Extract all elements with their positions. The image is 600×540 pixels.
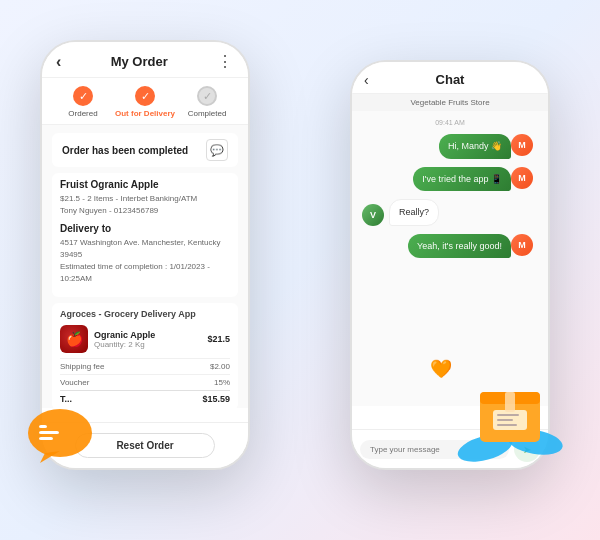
total-label: T...	[60, 394, 72, 404]
item-price: $21.5	[207, 334, 230, 344]
grocery-store-name: Agroces - Grocery Delivery App	[60, 309, 230, 319]
phones-container: ‹ My Order ⋮ ✓ Ordered ✓ Out for Deliver…	[20, 20, 580, 520]
bubble-4: Yeah, it's really good!	[408, 234, 511, 259]
order-title: My Order	[111, 54, 168, 69]
item-info: Ogranic Apple Quantity: 2 Kg	[94, 330, 201, 349]
item-row: 🍎 Ogranic Apple Quantity: 2 Kg $21.5	[60, 325, 230, 353]
message-3: V Really?	[362, 199, 538, 226]
order-status-bar: Order has been completed 💬	[52, 133, 238, 167]
message-1: Hi, Mandy 👋 M	[362, 134, 538, 159]
chat-icon-button[interactable]: 💬	[206, 139, 228, 161]
avatar-4: M	[511, 234, 533, 256]
total-value: $15.59	[202, 394, 230, 404]
fruit-section: Fruist Ogranic Apple $21.5 - 2 Items - I…	[52, 173, 238, 297]
bubble-2: I've tried the app 📱	[413, 167, 511, 192]
chat-timestamp: 09:41 AM	[362, 119, 538, 126]
svg-rect-11	[497, 419, 513, 421]
svg-rect-12	[497, 424, 517, 426]
delivery-title: Delivery to	[60, 223, 230, 234]
step-ordered: ✓ Ordered	[52, 86, 114, 118]
step-label-delivery: Out for Delivery	[115, 109, 175, 118]
chat-store-bar: Vegetable Fruits Store	[352, 94, 548, 111]
svg-rect-4	[39, 437, 53, 440]
svg-rect-3	[39, 431, 59, 434]
avatar-3: V	[362, 204, 384, 226]
reset-order-button[interactable]: Reset Order	[75, 433, 214, 458]
total-row: T... $15.59	[60, 390, 230, 404]
step-circle-delivery: ✓	[135, 86, 155, 106]
fruit-details: $21.5 - 2 Items - Interbet Banking/ATM T…	[60, 193, 230, 217]
avatar-1: M	[511, 134, 533, 156]
shipping-value: $2.00	[210, 362, 230, 371]
order-header: ‹ My Order ⋮	[42, 42, 248, 78]
heart-decoration: 🧡	[430, 358, 452, 380]
chat-title: Chat	[436, 72, 465, 87]
shipping-label: Shipping fee	[60, 362, 104, 371]
chat-bubble-decoration	[25, 405, 95, 465]
avatar-2: M	[511, 167, 533, 189]
delivery-box-decoration	[455, 370, 565, 470]
voucher-value: 15%	[214, 378, 230, 387]
fruit-title: Fruist Ogranic Apple	[60, 179, 230, 190]
bubble-1: Hi, Mandy 👋	[439, 134, 511, 159]
step-circle-completed: ✓	[197, 86, 217, 106]
voucher-label: Voucher	[60, 378, 89, 387]
svg-rect-10	[497, 414, 519, 416]
message-2: I've tried the app 📱 M	[362, 167, 538, 192]
step-out-for-delivery: ✓ Out for Delivery	[114, 86, 176, 118]
delivery-details: 4517 Washington Ave. Manchester, Kentuck…	[60, 237, 230, 285]
svg-rect-2	[39, 425, 47, 428]
voucher-row: Voucher 15%	[60, 374, 230, 387]
step-label-ordered: Ordered	[68, 109, 97, 118]
back-button[interactable]: ‹	[56, 53, 61, 71]
menu-button[interactable]: ⋮	[217, 52, 234, 71]
message-4: Yeah, it's really good! M	[362, 234, 538, 259]
svg-rect-13	[505, 392, 515, 412]
chat-header: ‹ Chat	[352, 62, 548, 94]
bubble-3: Really?	[389, 199, 439, 226]
order-status-text: Order has been completed	[62, 145, 188, 156]
step-circle-ordered: ✓	[73, 86, 93, 106]
order-content: Order has been completed 💬 Fruist Ograni…	[42, 125, 248, 408]
step-completed: ✓ Completed	[176, 86, 238, 118]
step-label-completed: Completed	[188, 109, 227, 118]
shipping-row: Shipping fee $2.00	[60, 358, 230, 371]
item-quantity: Quantity: 2 Kg	[94, 340, 201, 349]
item-name: Ogranic Apple	[94, 330, 201, 340]
item-image: 🍎	[60, 325, 88, 353]
svg-point-0	[28, 409, 92, 457]
grocery-section: Agroces - Grocery Delivery App 🍎 Ogranic…	[52, 303, 238, 408]
progress-steps: ✓ Ordered ✓ Out for Delivery ✓ Completed	[42, 78, 248, 125]
chat-back-button[interactable]: ‹	[364, 72, 369, 88]
